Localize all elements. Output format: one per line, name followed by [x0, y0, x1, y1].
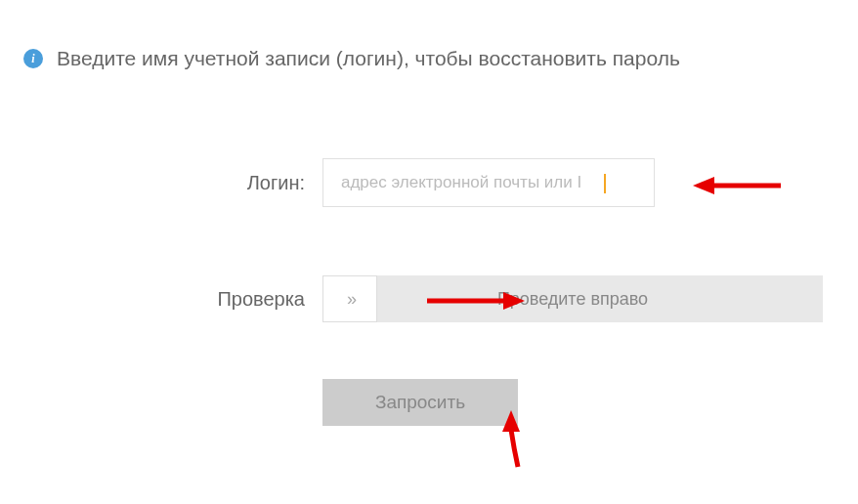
submit-button[interactable]: Запросить	[322, 379, 518, 426]
slider-handle[interactable]: »	[322, 275, 377, 322]
slider-track[interactable]: » Проведите вправо	[322, 275, 823, 322]
submit-row: Запросить	[0, 379, 858, 426]
info-icon-glyph: i	[31, 52, 34, 66]
login-row: Логин:	[0, 158, 858, 207]
instruction-text: Введите имя учетной записи (логин), чтоб…	[57, 47, 680, 70]
chevron-right-icon: »	[347, 289, 353, 310]
info-icon: i	[23, 49, 43, 68]
slider-instruction: Проведите вправо	[497, 289, 648, 310]
text-cursor-indicator	[604, 174, 606, 193]
instruction-header: i Введите имя учетной записи (логин), чт…	[0, 0, 858, 70]
recovery-form: Логин: Проверка » Проведите вправо Запро…	[0, 158, 858, 426]
verification-row: Проверка » Проведите вправо	[0, 275, 858, 322]
login-label: Логин:	[0, 172, 322, 194]
verification-label: Проверка	[0, 288, 322, 311]
